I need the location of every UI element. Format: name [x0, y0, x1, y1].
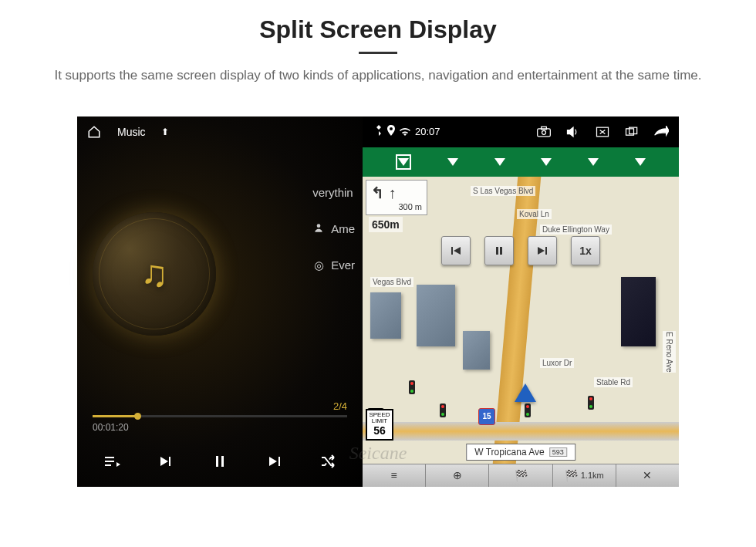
traffic-light-icon: [440, 403, 446, 417]
music-panel: Music ⬆ ♫ verythin Ame ◎ Ever: [77, 116, 363, 487]
flag-icon: 🏁: [515, 469, 528, 481]
volume-button[interactable]: [563, 124, 583, 140]
street-label: Duke Ellington Way: [540, 225, 612, 235]
music-controls: [77, 441, 363, 487]
locate-icon: ⊕: [453, 469, 462, 481]
street-label: S Las Vegas Blvd: [471, 186, 535, 196]
navigation-panel: 20:07: [363, 116, 679, 487]
street-label: Koval Ln: [517, 209, 552, 219]
building-icon: [621, 277, 656, 346]
track-info: verythin Ame ◎ Ever: [312, 186, 355, 272]
nav-menu-button[interactable]: ≡: [363, 464, 426, 487]
svg-point-0: [317, 224, 321, 228]
progress-area: 2/4 00:01:20: [77, 400, 363, 441]
page-title: Split Screen Display: [0, 15, 756, 44]
main-road: [492, 177, 541, 464]
svg-rect-2: [221, 456, 224, 467]
music-app-label: Music: [117, 126, 146, 138]
cross-road: [363, 422, 679, 441]
shuffle-button[interactable]: [312, 452, 343, 474]
disc-icon: ◎: [312, 258, 325, 272]
recent-apps-button[interactable]: [622, 124, 642, 140]
interstate-shield: 15: [478, 408, 495, 425]
clock-time: 20:07: [415, 126, 440, 137]
screenshot-button[interactable]: [534, 124, 554, 140]
page-subtitle: It supports the same screen display of t…: [0, 66, 756, 86]
artist-row: Ame: [312, 222, 355, 235]
nav-speed-button[interactable]: 1x: [571, 236, 600, 265]
svg-rect-5: [542, 127, 547, 129]
svg-rect-10: [496, 247, 498, 255]
turn-instruction: ↰ ↑ 300 m: [366, 180, 427, 215]
svg-rect-11: [500, 247, 502, 255]
map-canvas[interactable]: S Las Vegas Blvd Koval Ln Duke Ellington…: [363, 177, 679, 464]
person-icon: [312, 222, 325, 235]
playlist-button[interactable]: [96, 452, 127, 474]
nav-playback-controls: 1x: [441, 236, 600, 265]
building-icon: [370, 292, 401, 339]
current-position-icon: [515, 383, 536, 402]
traffic-light-icon: [525, 403, 531, 417]
nav-route-button[interactable]: 🏁: [489, 464, 552, 487]
traffic-light-icon: [409, 380, 415, 394]
album-area: ♫ verythin Ame ◎ Ever: [77, 147, 363, 400]
time-elapsed: 00:01:20: [93, 422, 347, 433]
current-street-box: W Tropicana Ave 593: [466, 444, 575, 461]
sub-turn-distance: 300 m: [371, 202, 422, 211]
nav-bottom-bar: ≡ ⊕ 🏁 🏁1.1km ✕: [363, 464, 679, 487]
building-icon: [463, 331, 490, 370]
nav-pause-button[interactable]: [484, 236, 514, 265]
svg-point-4: [542, 130, 546, 134]
street-label: Luxor Dr: [540, 358, 574, 368]
home-icon[interactable]: [86, 125, 102, 139]
nav-close-button[interactable]: ✕: [616, 464, 679, 487]
album-row: ◎ Ever: [312, 258, 355, 272]
current-street-name: W Tropicana Ave: [474, 447, 545, 458]
traffic-light-icon: [588, 396, 594, 410]
lane-arrow-icon: [494, 158, 505, 166]
street-label: Vegas Blvd: [370, 277, 413, 287]
usb-icon[interactable]: ⬆: [161, 127, 169, 137]
building-icon: [417, 285, 455, 346]
track-counter: 2/4: [93, 400, 347, 412]
speed-limit-sign: SPEED LIMIT 56: [366, 409, 393, 441]
music-top-bar: Music ⬆: [77, 116, 363, 147]
map-area[interactable]: S Las Vegas Blvd Koval Ln Duke Ellington…: [363, 147, 679, 487]
speed-limit-label: SPEED LIMIT: [367, 412, 392, 426]
album-name: Ever: [331, 258, 355, 272]
main-turn-distance: 650m: [369, 217, 403, 232]
back-button[interactable]: [651, 124, 671, 140]
svg-rect-9: [451, 247, 453, 255]
svg-rect-3: [538, 128, 551, 136]
device-screen: Music ⬆ ♫ verythin Ame ◎ Ever: [77, 116, 679, 487]
status-bar: 20:07: [363, 116, 679, 147]
nav-distance[interactable]: 🏁1.1km: [553, 464, 616, 487]
close-icon: ✕: [643, 469, 652, 481]
lane-arrow-icon: [447, 158, 458, 166]
title-divider: [359, 52, 397, 54]
svg-rect-12: [545, 247, 547, 255]
album-art[interactable]: ♫: [93, 212, 216, 336]
progress-fill: [93, 415, 138, 417]
lane-guidance-bar: [363, 147, 679, 177]
lane-arrow-icon: [541, 158, 552, 166]
lane-arrow-icon: [396, 154, 411, 170]
lane-arrow-icon: [588, 158, 599, 166]
menu-icon: ≡: [391, 469, 397, 481]
nav-next-button[interactable]: [528, 236, 557, 265]
nav-locate-button[interactable]: ⊕: [426, 464, 489, 487]
artist-name: Ame: [331, 222, 355, 235]
close-app-button[interactable]: [592, 124, 613, 140]
track-title-row: verythin: [312, 186, 355, 199]
next-button[interactable]: [258, 452, 289, 474]
pause-button[interactable]: [204, 452, 235, 474]
nav-previous-button[interactable]: [441, 236, 471, 265]
lane-arrow-icon: [635, 158, 646, 166]
street-label: E Reno Ave: [663, 331, 676, 373]
svg-rect-1: [216, 456, 218, 467]
previous-button[interactable]: [150, 452, 181, 474]
track-title: verythin: [312, 186, 353, 199]
progress-bar[interactable]: [93, 415, 347, 417]
wifi-icon: [400, 126, 410, 138]
speed-limit-value: 56: [367, 425, 392, 437]
